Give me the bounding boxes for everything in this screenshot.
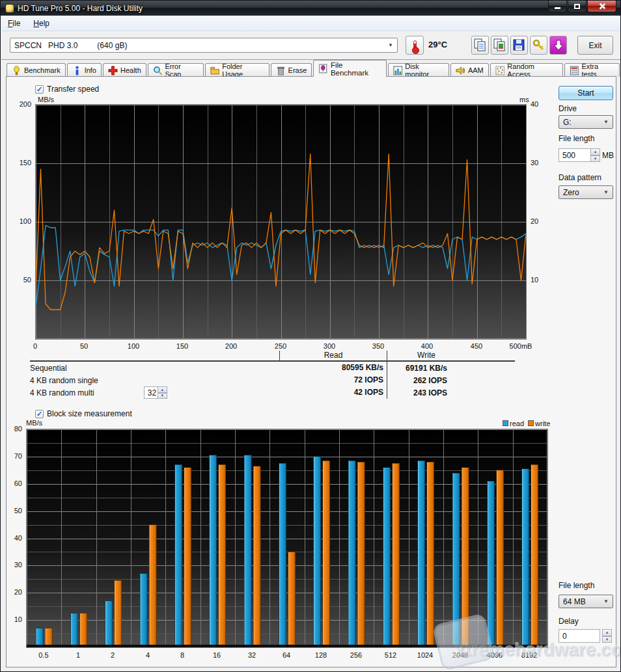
read-value: 80595 KB/s <box>280 362 387 374</box>
block-size-checkbox[interactable]: ✓ <box>35 410 44 418</box>
tick-label: 100 <box>128 342 139 350</box>
drive-value: G: <box>563 118 572 127</box>
tick-label: 200 <box>12 100 31 108</box>
spin-up-icon[interactable]: ▲ <box>602 629 612 636</box>
tick-label: 40 <box>3 534 22 542</box>
write-value: 262 IOPS <box>387 376 465 385</box>
drive-selector-dropdown[interactable]: SPCCN PHD 3.0 (640 gB) ▼ <box>10 38 398 53</box>
health-cross-icon <box>108 66 118 75</box>
tab-extra-tests[interactable]: Extra tests <box>564 63 620 77</box>
info-icon <box>72 66 82 75</box>
minimize-button[interactable] <box>548 1 567 12</box>
tick-label: 0 <box>33 342 37 350</box>
tab-aam[interactable]: AAM <box>450 63 489 77</box>
copy-image-icon <box>493 38 506 52</box>
tick-label: 10 <box>3 615 22 623</box>
block-size-chart <box>26 429 548 648</box>
tab-erase[interactable]: Erase <box>271 63 312 77</box>
spin-down-icon[interactable]: ▼ <box>158 393 167 399</box>
drive-dropdown[interactable]: G: ▼ <box>559 115 613 129</box>
tab-random-access[interactable]: Random Access <box>490 63 563 77</box>
thermometer-icon <box>413 40 417 52</box>
tab-label: File Benchmark <box>331 61 381 77</box>
tick-label: 128 <box>315 651 327 659</box>
tab-folder-usage[interactable]: Folder Usage <box>205 63 269 77</box>
tick-label: 50 <box>80 342 88 350</box>
tick-label: 32 <box>248 651 256 659</box>
temperature-button[interactable] <box>406 36 424 55</box>
tick-label: 400 <box>421 342 433 350</box>
start-button[interactable]: Start <box>559 86 613 100</box>
calculator-icon <box>570 66 579 75</box>
spin-up-icon[interactable]: ▲ <box>158 386 167 393</box>
copy-image-button[interactable] <box>491 36 508 55</box>
tick-label: 256 <box>350 651 362 659</box>
tick-label: 0.5 <box>38 651 48 659</box>
minimize-icon <box>555 7 560 9</box>
tick-label: 64 <box>283 651 290 659</box>
spin-down-icon[interactable]: ▼ <box>602 636 612 643</box>
tick-label: 16 <box>213 651 221 659</box>
tick-label: 100 <box>12 217 31 225</box>
download-arrow-icon <box>553 40 564 51</box>
tick-label: 20 <box>531 217 538 225</box>
tick-label: 50 <box>12 276 31 284</box>
tick-label: 10 <box>531 276 538 284</box>
tab-strip: Benchmark Info Health Error Scan Folder … <box>1 60 621 77</box>
write-legend-label: write <box>535 420 550 427</box>
queue-depth-input[interactable]: 32 <box>144 386 158 399</box>
drive-label: Drive <box>559 104 577 113</box>
tick-label: 250 <box>275 342 286 350</box>
drive-selector-value: SPCCN PHD 3.0 (640 gB) <box>14 41 127 50</box>
data-pattern-dropdown[interactable]: Zero ▼ <box>559 185 613 199</box>
data-pattern-value: Zero <box>563 188 579 197</box>
table-row: 4 KB random multi 32 ▲▼ 42 IOPS 243 IOPS <box>30 386 515 399</box>
tick-label: 2048 <box>452 651 468 659</box>
tab-label: Health <box>120 66 141 74</box>
save-icon <box>513 39 525 51</box>
keys-icon <box>532 39 545 51</box>
tab-info[interactable]: Info <box>67 63 102 77</box>
read-legend-label: read <box>510 420 524 427</box>
speaker-icon <box>456 66 465 75</box>
tab-health[interactable]: Health <box>103 63 146 77</box>
bar-chart-icon <box>393 66 403 75</box>
maximize-button[interactable] <box>568 1 586 12</box>
save-button[interactable] <box>510 36 528 55</box>
copy-text-button[interactable] <box>471 36 489 55</box>
tick-label: 20 <box>3 588 22 596</box>
tick-label: 30 <box>3 561 22 569</box>
menu-file[interactable]: File <box>1 17 27 30</box>
file-length-input[interactable]: 500 <box>559 148 591 162</box>
file-length-spinner: 500 ▲▼ MB <box>559 148 614 162</box>
bottom-file-length-dropdown[interactable]: 64 MB ▼ <box>559 595 613 608</box>
chart-legend: read write <box>503 420 550 427</box>
options-button[interactable] <box>530 36 547 55</box>
tick-label: 150 <box>12 159 31 167</box>
spin-up-icon[interactable]: ▲ <box>590 148 600 155</box>
menu-bar: File Help <box>1 16 621 31</box>
table-row: Sequential 80595 KB/s 69191 KB/s <box>30 362 515 374</box>
tab-error-scan[interactable]: Error Scan <box>148 63 204 77</box>
delay-input[interactable]: 0 <box>559 629 600 643</box>
file-benchmark-panel: ✓ Transfer speed Start Drive G: ▼ File l… <box>6 76 616 667</box>
exit-button[interactable]: Exit <box>577 36 613 55</box>
file-length-unit: MB <box>602 151 614 160</box>
chevron-down-icon: ▼ <box>603 189 609 195</box>
spin-down-icon[interactable]: ▼ <box>590 155 600 163</box>
transfer-speed-checkbox[interactable]: ✓ <box>35 85 44 94</box>
tab-benchmark[interactable]: Benchmark <box>7 63 66 77</box>
tab-disk-monitor[interactable]: Disk monitor <box>388 63 449 77</box>
update-button[interactable] <box>549 36 567 55</box>
close-button[interactable] <box>587 1 616 12</box>
results-table: Read Write Sequential 80595 KB/s 69191 K… <box>30 351 515 399</box>
tick-label: 200 <box>225 342 237 350</box>
tab-label: AAM <box>468 66 484 74</box>
read-value: 72 IOPS <box>280 374 387 386</box>
tick-label: 70 <box>3 452 22 460</box>
tab-file-benchmark[interactable]: File Benchmark <box>313 60 386 77</box>
app-icon <box>5 4 14 13</box>
menu-help[interactable]: Help <box>27 17 56 30</box>
read-value: 42 IOPS <box>280 386 387 399</box>
transfer-speed-chart <box>35 104 527 340</box>
